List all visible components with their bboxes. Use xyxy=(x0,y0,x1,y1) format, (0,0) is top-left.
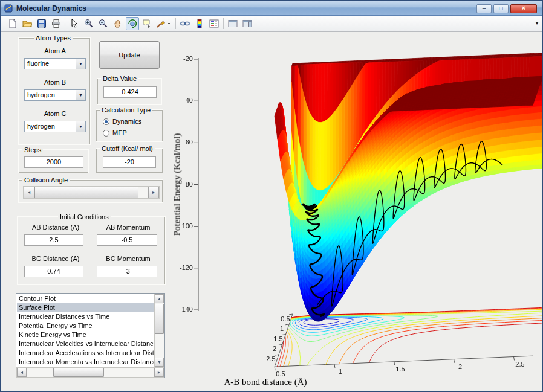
radio-unselected-icon[interactable] xyxy=(103,130,109,137)
surface-plot-canvas[interactable] xyxy=(167,31,542,381)
close-button[interactable]: × xyxy=(510,4,537,13)
atom-c-popup[interactable]: hydrogen ▼ xyxy=(24,121,86,132)
slider-thumb[interactable] xyxy=(34,187,138,198)
atom-c-label: Atom C xyxy=(19,110,91,117)
ab-distance-label: AB Distance (A) xyxy=(22,223,89,231)
bc-tick: 0.5 xyxy=(273,370,288,378)
atom-a-popup[interactable]: fluorine ▼ xyxy=(24,58,86,69)
list-item[interactable]: Internuclear Accelerations vs Internucle… xyxy=(17,349,155,358)
maximize-button[interactable]: □ xyxy=(493,4,509,13)
bc-momentum-field[interactable]: -3 xyxy=(97,266,157,277)
chevron-down-icon[interactable]: ▼ xyxy=(76,90,85,100)
atom-a-label: Atom A xyxy=(19,47,91,54)
rotate-3d-icon[interactable] xyxy=(126,17,139,30)
ab-tick: 1.5 xyxy=(270,335,286,342)
cutoff-field[interactable]: -20 xyxy=(103,156,156,168)
initial-conditions-panel: Initial Conditions AB Distance (A) AB Mo… xyxy=(18,217,165,284)
radio-selected-icon[interactable] xyxy=(103,118,109,125)
calculation-type-panel: Calculation Type Dynamics MEP xyxy=(96,110,163,141)
list-item[interactable]: Internuclear Momenta vs Internuclear Dis… xyxy=(17,358,155,367)
bc-tick: 1 xyxy=(333,368,348,375)
list-item[interactable]: Internuclear Distances vs Time xyxy=(17,312,155,321)
minimize-button[interactable]: – xyxy=(476,4,492,13)
toolbar-separator xyxy=(223,18,224,29)
z-tick: -100 xyxy=(164,222,193,230)
update-button[interactable]: Update xyxy=(99,41,160,69)
chevron-down-icon[interactable]: ▼ xyxy=(76,59,85,69)
scroll-right-icon[interactable]: ► xyxy=(154,368,164,377)
bc-distance-label: BC Distance (A) xyxy=(22,255,89,262)
bc-tick: 1.5 xyxy=(392,365,408,373)
brush-data-icon[interactable] xyxy=(155,17,173,30)
toolbar-separator xyxy=(175,18,176,29)
z-tick: -20 xyxy=(164,55,193,62)
atom-b-popup[interactable]: hydrogen ▼ xyxy=(24,89,86,101)
ab-tick: 1 xyxy=(274,325,290,332)
z-tick: -140 xyxy=(164,306,193,313)
link-plots-icon[interactable] xyxy=(178,17,192,30)
list-item[interactable]: Kinetic Energy vs Time xyxy=(17,330,155,339)
z-tick: -60 xyxy=(164,138,193,146)
save-figure-icon[interactable] xyxy=(35,17,48,30)
print-figure-icon[interactable] xyxy=(50,17,63,30)
edit-plot-icon[interactable] xyxy=(68,17,81,30)
z-tick: -80 xyxy=(164,181,193,188)
steps-field[interactable]: 2000 xyxy=(24,156,83,168)
show-plot-tools-icon[interactable] xyxy=(241,17,254,30)
list-horizontal-scrollbar[interactable]: ◄ ► xyxy=(16,367,164,378)
atom-b-label: Atom B xyxy=(19,79,91,86)
radio-mep[interactable]: MEP xyxy=(103,129,127,137)
figure-toolbar: ▾ xyxy=(1,16,542,32)
list-item-selected[interactable]: Surface Plot xyxy=(17,303,155,312)
zoom-in-icon[interactable] xyxy=(82,17,96,30)
scroll-up-icon[interactable]: ▲ xyxy=(155,294,164,303)
panel-title: Collision Angle xyxy=(22,176,70,184)
collision-angle-slider[interactable]: ◄ ► xyxy=(23,186,160,199)
ab-momentum-field[interactable]: -0.5 xyxy=(97,234,157,246)
atom-types-panel: Atom Types Atom A fluorine ▼ Atom B hydr… xyxy=(19,38,90,144)
radio-dynamics[interactable]: Dynamics xyxy=(103,118,141,125)
data-cursor-icon[interactable] xyxy=(140,17,154,30)
ab-momentum-label: AB Momentum xyxy=(94,223,162,231)
delta-value-panel: Delta Value 0.424 xyxy=(97,79,161,104)
atom-c-value: hydrogen xyxy=(27,123,55,130)
molecular-dynamics-window: Molecular Dynamics – □ × xyxy=(0,0,543,392)
list-item[interactable]: Potential Energy vs Time xyxy=(17,321,155,330)
list-item[interactable]: Internuclear Velocities vs Internuclear … xyxy=(17,339,155,349)
x-axis-label: A-B bond distance (Å) xyxy=(199,377,332,387)
titlebar[interactable]: Molecular Dynamics – □ × xyxy=(1,1,542,16)
ab-tick: 0.5 xyxy=(278,315,293,323)
ab-distance-field[interactable]: 2.5 xyxy=(24,234,83,246)
new-figure-icon[interactable] xyxy=(6,17,19,30)
pan-icon[interactable] xyxy=(111,17,125,30)
scroll-left-icon[interactable]: ◄ xyxy=(17,368,27,377)
atom-a-value: fluorine xyxy=(27,60,49,67)
list-item[interactable]: Contour Plot xyxy=(17,294,155,303)
z-tick: -40 xyxy=(164,97,193,104)
list-vertical-scrollbar[interactable]: ▲ ▼ xyxy=(154,294,164,367)
chevron-down-icon[interactable]: ▼ xyxy=(76,121,85,132)
hide-plot-tools-icon[interactable] xyxy=(226,17,239,30)
slider-right-arrow-icon[interactable]: ► xyxy=(148,187,159,198)
z-tick: -120 xyxy=(164,264,193,271)
open-file-icon[interactable] xyxy=(21,17,34,30)
bc-distance-field[interactable]: 0.74 xyxy=(24,266,83,277)
slider-left-arrow-icon[interactable]: ◄ xyxy=(24,187,34,198)
insert-colorbar-icon[interactable] xyxy=(193,17,206,30)
scroll-down-icon[interactable]: ▼ xyxy=(155,358,164,367)
atom-b-value: hydrogen xyxy=(27,91,55,98)
bc-tick: 2.5 xyxy=(512,361,528,368)
horizontal-scroll-thumb[interactable] xyxy=(53,368,104,377)
panel-title: Calculation Type xyxy=(100,106,152,114)
panel-title: Atom Types xyxy=(34,34,73,42)
zoom-out-icon[interactable] xyxy=(97,17,110,30)
delta-value-field[interactable]: 0.424 xyxy=(103,86,157,98)
insert-legend-icon[interactable] xyxy=(207,17,221,30)
toolbar-overflow-chevron-icon[interactable]: ▾ xyxy=(536,21,538,26)
radio-mep-label: MEP xyxy=(112,129,127,137)
ab-tick: 2.5 xyxy=(263,355,279,362)
panel-title: Delta Value xyxy=(101,75,138,82)
vertical-scroll-thumb[interactable] xyxy=(155,304,164,334)
window-title: Molecular Dynamics xyxy=(16,4,86,13)
plot-type-listbox[interactable]: Contour Plot Surface Plot Internuclear D… xyxy=(16,293,165,378)
